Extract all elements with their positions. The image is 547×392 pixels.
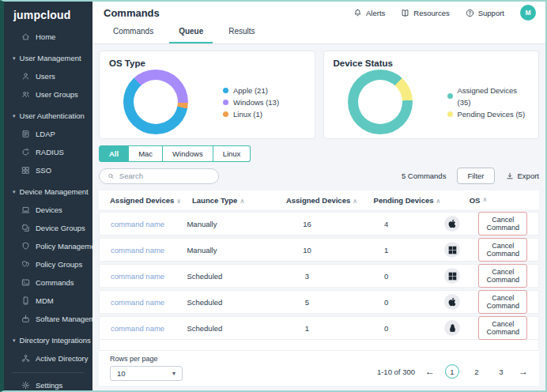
rows-per-page-select[interactable]: 10 ▾ bbox=[110, 366, 183, 381]
mdm-icon bbox=[21, 296, 30, 305]
settings-icon bbox=[21, 381, 30, 390]
sidebar-item-settings[interactable]: Settings bbox=[4, 376, 92, 390]
sidebar-label: User Groups bbox=[36, 90, 78, 99]
column-label: Assigned Devices bbox=[110, 196, 174, 205]
sidebar-item-devices[interactable]: Devices bbox=[4, 201, 92, 219]
sort-up-icon: ∧ bbox=[353, 198, 357, 205]
sidebar-item-users[interactable]: Users bbox=[4, 67, 92, 85]
cancel-command-button[interactable]: Cancel Command bbox=[478, 264, 527, 288]
command-name-link[interactable]: command name bbox=[111, 220, 164, 228]
sidebar-item-active-directory[interactable]: Active Directory bbox=[4, 349, 92, 368]
sidebar: jumpcloud Home▾User ManagementUsersUser … bbox=[4, 2, 92, 390]
cancel-command-button[interactable]: Cancel Command bbox=[478, 290, 527, 314]
device-status-donut-chart bbox=[348, 70, 413, 134]
command-name-link[interactable]: command name bbox=[111, 324, 164, 333]
previous-page-arrow-icon[interactable]: ← bbox=[425, 367, 435, 376]
sidebar-label: SSO bbox=[36, 166, 51, 175]
sidebar-item-mdm[interactable]: MDM bbox=[4, 292, 92, 310]
page-button-1[interactable]: 1 bbox=[445, 364, 459, 379]
commands-table: Assigned Devices∨Launce Type∧Assigned De… bbox=[99, 190, 539, 351]
search-input[interactable] bbox=[119, 172, 210, 180]
search-icon bbox=[108, 172, 115, 180]
os-badge-apple bbox=[444, 216, 460, 232]
table-filler bbox=[99, 340, 539, 351]
sidebar-item-commands[interactable]: Commands bbox=[4, 273, 92, 292]
sidebar-item-ldap[interactable]: LDAP bbox=[4, 125, 92, 143]
legend-label: Pending Devices (5) bbox=[458, 108, 526, 120]
sidebar-label: Commands bbox=[36, 278, 74, 287]
filter-chip-all[interactable]: All bbox=[99, 145, 129, 162]
support-button[interactable]: Support bbox=[466, 9, 504, 17]
export-button[interactable]: Export bbox=[506, 172, 539, 180]
table-row: command nameScheduled10Cancel Command bbox=[99, 316, 539, 340]
page-button-3[interactable]: 3 bbox=[494, 364, 508, 379]
sidebar-item-policy-groups[interactable]: Policy Groups bbox=[4, 255, 92, 273]
tab-results[interactable]: Results bbox=[219, 27, 264, 43]
tab-queue[interactable]: Queue bbox=[169, 27, 213, 43]
sidebar-label: Devices bbox=[36, 205, 62, 214]
sidebar-label: Active Directory bbox=[36, 354, 89, 363]
os-type-legend: Apple (21)Windows (13)Linux (1) bbox=[223, 85, 279, 120]
os-badge-linux bbox=[444, 320, 460, 336]
column-header-pending-devices[interactable]: Pending Devices∧ bbox=[364, 196, 450, 205]
app-window: jumpcloud Home▾User ManagementUsersUser … bbox=[0, 0, 547, 392]
sidebar-section-device-management[interactable]: ▾Device Management bbox=[4, 183, 92, 201]
chevron-down-icon: ▾ bbox=[13, 189, 16, 195]
page-button-2[interactable]: 2 bbox=[470, 364, 484, 379]
sidebar-section-directory-integrations[interactable]: ▾Directory Integrations bbox=[4, 331, 92, 349]
cancel-command-button[interactable]: Cancel Command bbox=[478, 316, 527, 340]
pending-devices-cell: 0 bbox=[347, 272, 426, 281]
sidebar-item-policy-management[interactable]: Policy Management bbox=[4, 237, 92, 255]
column-header-os[interactable]: OS∧ bbox=[450, 196, 507, 205]
column-header-assigned-devices[interactable]: Assigned Devices∧ bbox=[279, 196, 364, 205]
filter-chip-linux[interactable]: Linux bbox=[213, 145, 251, 162]
sidebar-divider bbox=[12, 372, 85, 373]
sidebar-item-user-groups[interactable]: User Groups bbox=[4, 85, 92, 104]
sidebar-item-radius[interactable]: RADIUS bbox=[4, 143, 92, 161]
sidebar-item-softare-management[interactable]: Softare Management bbox=[4, 310, 92, 328]
column-header-assigned-devices[interactable]: Assigned Devices∨ bbox=[99, 196, 192, 205]
sidebar-label: LDAP bbox=[36, 130, 55, 138]
radius-icon bbox=[21, 148, 30, 156]
legend-label: Apple (21) bbox=[233, 85, 268, 96]
os-type-donut-chart bbox=[123, 70, 188, 134]
page-title: Commands bbox=[104, 7, 160, 19]
sidebar-item-home[interactable]: Home bbox=[4, 28, 92, 46]
alerts-button[interactable]: Alerts bbox=[353, 9, 385, 17]
filter-button[interactable]: Filter bbox=[457, 168, 494, 184]
legend-dot bbox=[223, 111, 228, 117]
sidebar-item-device-groups[interactable]: Device Groups bbox=[4, 219, 92, 237]
windows-icon bbox=[448, 246, 457, 254]
sort-up-icon: ∧ bbox=[240, 198, 244, 205]
top-action-label: Alerts bbox=[366, 9, 385, 17]
sidebar-label: User Authentication bbox=[20, 111, 85, 120]
user-avatar[interactable]: M bbox=[520, 5, 536, 21]
legend-item: Assigned Devices (35) bbox=[447, 85, 530, 108]
column-label: Launce Type bbox=[192, 196, 237, 205]
sidebar-item-sso[interactable]: SSO bbox=[4, 161, 92, 179]
tab-bar: CommandsQueueResults bbox=[92, 24, 545, 44]
sidebar-label: User Management bbox=[20, 54, 81, 62]
sidebar-section-user-management[interactable]: ▾User Management bbox=[4, 49, 92, 67]
legend-dot bbox=[447, 93, 453, 99]
command-name-link[interactable]: command name bbox=[111, 246, 164, 254]
filter-chip-mac[interactable]: Mac bbox=[129, 145, 163, 162]
search-box[interactable] bbox=[99, 168, 219, 184]
filter-chip-windows[interactable]: Windows bbox=[163, 145, 213, 162]
tab-commands[interactable]: Commands bbox=[104, 27, 163, 43]
cancel-command-button[interactable]: Cancel Command bbox=[478, 212, 527, 236]
command-name-link[interactable]: command name bbox=[111, 298, 164, 307]
legend-label: Assigned Devices (35) bbox=[458, 85, 530, 108]
user-group-icon bbox=[21, 90, 30, 99]
next-page-arrow-icon[interactable]: → bbox=[519, 367, 528, 376]
page-numbers: 123 bbox=[445, 364, 508, 379]
sidebar-section-user-authentication[interactable]: ▾User Authentication bbox=[4, 107, 92, 125]
sidebar-label: Home bbox=[36, 32, 55, 41]
sidebar-label: Users bbox=[36, 72, 55, 81]
column-header-launce-type[interactable]: Launce Type∧ bbox=[192, 196, 279, 205]
launch-type-cell: Scheduled bbox=[187, 324, 267, 333]
sidebar-label: Device Groups bbox=[36, 224, 85, 232]
resources-button[interactable]: Resources bbox=[401, 9, 449, 17]
cancel-command-button[interactable]: Cancel Command bbox=[478, 238, 527, 262]
command-name-link[interactable]: command name bbox=[111, 272, 164, 281]
